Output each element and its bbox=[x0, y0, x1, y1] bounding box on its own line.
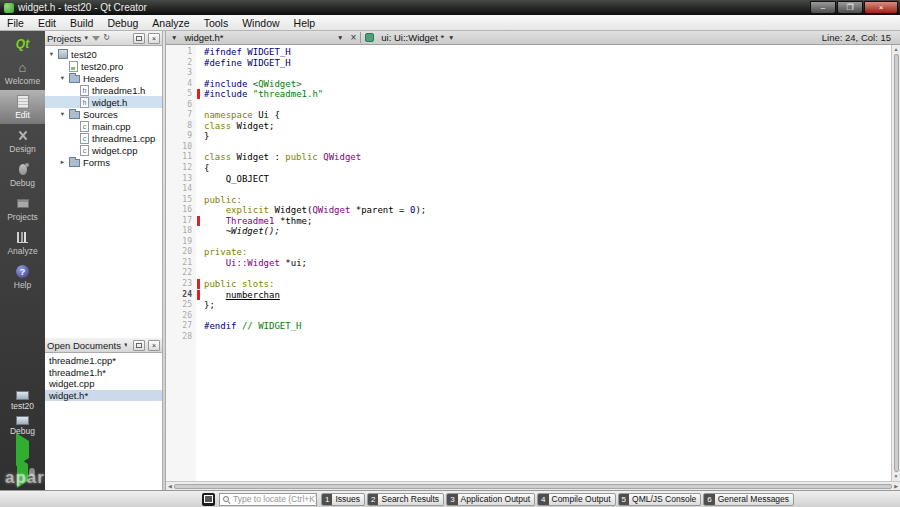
code-line-14[interactable] bbox=[204, 184, 900, 195]
expander-icon[interactable]: ▾ bbox=[59, 74, 66, 82]
close-button[interactable]: × bbox=[864, 1, 898, 14]
output-pane-compile-output[interactable]: 4Compile Output bbox=[537, 493, 616, 506]
expander-icon[interactable]: ▾ bbox=[48, 50, 55, 58]
output-pane-issues[interactable]: 1Issues bbox=[321, 493, 365, 506]
menu-tools[interactable]: Tools bbox=[197, 16, 236, 30]
filter-icon[interactable] bbox=[92, 36, 100, 41]
menu-edit[interactable]: Edit bbox=[31, 16, 63, 30]
code-line-10[interactable] bbox=[204, 142, 900, 153]
code-line-27[interactable]: #endif // WIDGET_H bbox=[204, 321, 900, 332]
sidebar-toggle-button[interactable] bbox=[202, 493, 215, 506]
tree-item-widget-cpp[interactable]: widget.cpp bbox=[45, 144, 162, 156]
open-document-threadme1-cpp[interactable]: threadme1.cpp* bbox=[45, 355, 162, 367]
code-editor[interactable]: 1234567891011121314151617181920212223242… bbox=[166, 45, 900, 481]
open-document-dropdown[interactable]: widget.h* ▼ bbox=[181, 32, 346, 43]
menu-build[interactable]: Build bbox=[63, 16, 100, 30]
tree-item-test20[interactable]: ▾test20 bbox=[45, 48, 162, 60]
output-pane-qml-js-console[interactable]: 5QML/JS Console bbox=[618, 493, 702, 506]
code-line-21[interactable]: Ui::Widget *ui; bbox=[204, 258, 900, 269]
project-selector-button[interactable]: test20 bbox=[11, 391, 34, 411]
close-panel-button[interactable]: × bbox=[148, 33, 160, 44]
close-document-icon[interactable]: × bbox=[350, 33, 356, 43]
code-line-17[interactable]: Threadme1 *thme; bbox=[204, 216, 900, 227]
open-documents-combo[interactable]: Open Documents ▼ bbox=[47, 340, 127, 351]
mode-help[interactable]: Help bbox=[0, 260, 45, 294]
code-line-15[interactable]: public: bbox=[204, 195, 900, 206]
scroll-up-icon[interactable]: ▲ bbox=[894, 46, 899, 53]
code-line-13[interactable]: Q_OBJECT bbox=[204, 174, 900, 185]
menu-window[interactable]: Window bbox=[235, 16, 286, 30]
output-pane-general-messages[interactable]: 6General Messages bbox=[703, 493, 794, 506]
minimize-button[interactable]: – bbox=[810, 1, 836, 14]
code-line-7[interactable]: namespace Ui { bbox=[204, 110, 900, 121]
maximize-button[interactable]: ❐ bbox=[837, 1, 863, 14]
split-panel-button[interactable] bbox=[133, 33, 145, 44]
scroll-down-icon[interactable]: ▼ bbox=[894, 473, 899, 480]
tree-item-widget-h[interactable]: widget.h bbox=[45, 96, 162, 108]
projects-panel-header: Projects ▼ ↻ × bbox=[45, 31, 162, 46]
output-pane-search-results[interactable]: 2Search Results bbox=[367, 493, 444, 506]
code-line-24[interactable]: numberchan bbox=[204, 290, 900, 301]
code-line-28[interactable] bbox=[204, 332, 900, 343]
code-line-8[interactable]: class Widget; bbox=[204, 121, 900, 132]
menu-debug[interactable]: Debug bbox=[100, 16, 145, 30]
close-panel-button[interactable]: × bbox=[148, 340, 160, 351]
vertical-scrollbar-thumb[interactable] bbox=[894, 54, 899, 472]
mode-projects[interactable]: Projects bbox=[0, 192, 45, 226]
mode-edit[interactable]: Edit bbox=[0, 90, 45, 124]
debug-run-button[interactable] bbox=[17, 464, 28, 482]
expander-icon[interactable]: ▾ bbox=[59, 110, 66, 118]
menu-help[interactable]: Help bbox=[287, 16, 323, 30]
code-line-20[interactable]: private: bbox=[204, 247, 900, 258]
sync-icon[interactable]: ↻ bbox=[103, 34, 110, 42]
tree-item-main-cpp[interactable]: main.cpp bbox=[45, 120, 162, 132]
line-number: 11 bbox=[166, 152, 196, 163]
tree-item-headers[interactable]: ▾Headers bbox=[45, 72, 162, 84]
mode-debug[interactable]: Debug bbox=[0, 158, 45, 192]
mode-design[interactable]: Design bbox=[0, 124, 45, 158]
tree-item-sources[interactable]: ▾Sources bbox=[45, 108, 162, 120]
code-line-6[interactable] bbox=[204, 100, 900, 111]
code-line-5[interactable]: #include "threadme1.h" bbox=[204, 89, 900, 100]
scroll-left-icon[interactable]: ◀ bbox=[168, 483, 172, 490]
document-history-icon[interactable]: ▼ bbox=[171, 34, 177, 41]
projects-panel-combo[interactable]: Projects ▼ bbox=[47, 33, 89, 44]
code-line-1[interactable]: #ifndef WIDGET_H bbox=[204, 47, 900, 58]
code-line-16[interactable]: explicit Widget(QWidget *parent = 0); bbox=[204, 205, 900, 216]
mode-analyze[interactable]: Analyze bbox=[0, 226, 45, 260]
code-line-3[interactable] bbox=[204, 68, 900, 79]
horizontal-scrollbar-thumb[interactable] bbox=[174, 484, 892, 489]
symbol-dropdown[interactable]: ui: Ui::Widget * ▼ bbox=[378, 32, 508, 43]
code-line-12[interactable]: { bbox=[204, 163, 900, 174]
tree-item-threadme1-cpp[interactable]: threadme1.cpp bbox=[45, 132, 162, 144]
vertical-scrollbar[interactable]: ▲ ▼ bbox=[891, 45, 900, 481]
mode-welcome[interactable]: Welcome bbox=[0, 56, 45, 90]
code-line-22[interactable] bbox=[204, 268, 900, 279]
pane-number-badge: 2 bbox=[368, 494, 378, 505]
locator-input[interactable]: Type to locate (Ctrl+K) bbox=[219, 493, 317, 506]
menu-file[interactable]: File bbox=[0, 16, 31, 30]
code-line-26[interactable] bbox=[204, 311, 900, 322]
open-document-widget-cpp[interactable]: widget.cpp bbox=[45, 378, 162, 390]
horizontal-scrollbar[interactable]: ◀ ▶ bbox=[166, 481, 900, 490]
split-panel-button[interactable] bbox=[133, 340, 145, 351]
code-line-18[interactable]: ~Widget(); bbox=[204, 226, 900, 237]
code-line-23[interactable]: public slots: bbox=[204, 279, 900, 290]
tree-item-threadme1-h[interactable]: threadme1.h bbox=[45, 84, 162, 96]
code-line-19[interactable] bbox=[204, 237, 900, 248]
open-document-threadme1-h[interactable]: threadme1.h* bbox=[45, 367, 162, 379]
scroll-right-icon[interactable]: ▶ bbox=[894, 483, 898, 490]
code-line-2[interactable]: #define WIDGET_H bbox=[204, 58, 900, 69]
output-pane-application-output[interactable]: 3Application Output bbox=[446, 493, 535, 506]
code-line-9[interactable]: } bbox=[204, 131, 900, 142]
code-line-25[interactable]: }; bbox=[204, 300, 900, 311]
open-document-widget-h[interactable]: widget.h* bbox=[45, 390, 162, 402]
code-line-11[interactable]: class Widget : public QWidget bbox=[204, 152, 900, 163]
code-line-4[interactable]: #include <QWidget> bbox=[204, 79, 900, 90]
code-text-area[interactable]: #ifndef WIDGET_H#define WIDGET_H#include… bbox=[204, 45, 900, 481]
tree-item-label: test20.pro bbox=[81, 61, 123, 72]
menu-analyze[interactable]: Analyze bbox=[145, 16, 196, 30]
tree-item-test20-pro[interactable]: test20.pro bbox=[45, 60, 162, 72]
tree-item-forms[interactable]: ▸Forms bbox=[45, 156, 162, 168]
expander-icon[interactable]: ▸ bbox=[59, 158, 66, 166]
